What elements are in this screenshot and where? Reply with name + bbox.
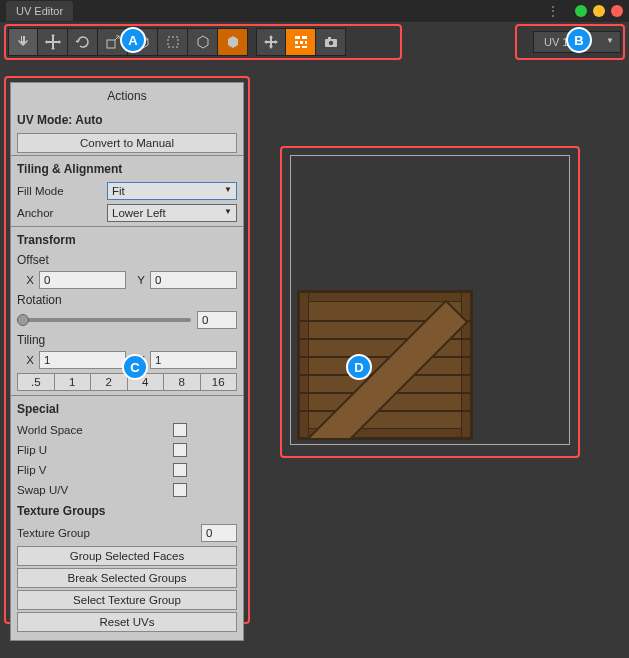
fill-mode-label: Fill Mode	[17, 185, 103, 197]
texture-groups-header: Texture Groups	[11, 500, 243, 522]
tiling-preset-16[interactable]: 16	[201, 373, 238, 391]
tiling-preset-1[interactable]: 1	[55, 373, 92, 391]
convert-manual-button[interactable]: Convert to Manual	[17, 133, 237, 153]
badge-c: C	[122, 354, 148, 380]
rotate-tool-button[interactable]	[68, 28, 98, 56]
tiling-alignment-header: Tiling & Alignment	[11, 158, 243, 180]
texture-preview	[297, 290, 473, 440]
move-tool-button[interactable]	[38, 28, 68, 56]
toolbar: UV 1	[0, 22, 629, 62]
tiling-preset-half[interactable]: .5	[17, 373, 55, 391]
window-close-button[interactable]	[611, 5, 623, 17]
swap-uv-checkbox[interactable]	[173, 483, 187, 497]
svg-point-3	[328, 41, 332, 45]
rotation-value-input[interactable]: 0	[197, 311, 237, 329]
scope-tool-button[interactable]	[256, 28, 286, 56]
texture-group-label: Texture Group	[17, 527, 197, 539]
view-tools	[256, 28, 346, 56]
fill-mode-dropdown[interactable]: Fit	[107, 182, 237, 200]
tiling-y-input[interactable]: 1	[150, 351, 237, 369]
grid-tool-button[interactable]	[286, 28, 316, 56]
select-texture-group-button[interactable]: Select Texture Group	[17, 590, 237, 610]
flip-v-label: Flip V	[17, 464, 173, 476]
rect-tool-button[interactable]	[158, 28, 188, 56]
rotation-slider[interactable]	[17, 318, 191, 322]
window-maximize-button[interactable]	[575, 5, 587, 17]
transform-header: Transform	[11, 229, 243, 251]
reset-uvs-button[interactable]: Reset UVs	[17, 612, 237, 632]
camera-button[interactable]	[316, 28, 346, 56]
tiling-preset-8[interactable]: 8	[164, 373, 201, 391]
world-space-checkbox[interactable]	[173, 423, 187, 437]
badge-b: B	[566, 27, 592, 53]
tiling-label: Tiling	[11, 331, 243, 349]
tiling-preset-2[interactable]: 2	[91, 373, 128, 391]
svg-rect-0	[107, 40, 115, 48]
tiling-x-label: X	[17, 354, 37, 366]
offset-x-input[interactable]: 0	[39, 271, 126, 289]
tiling-x-input[interactable]: 1	[39, 351, 126, 369]
offset-x-label: X	[17, 274, 37, 286]
uv-viewport[interactable]	[290, 155, 570, 445]
title-bar: UV Editor ⋮	[0, 0, 629, 22]
offset-y-input[interactable]: 0	[150, 271, 237, 289]
window-menu-icon[interactable]: ⋮	[546, 3, 561, 19]
panel-title: Actions	[11, 83, 243, 109]
swap-uv-label: Swap U/V	[17, 484, 173, 496]
window-minimize-button[interactable]	[593, 5, 605, 17]
window-tab[interactable]: UV Editor	[6, 1, 73, 21]
flip-u-checkbox[interactable]	[173, 443, 187, 457]
cube-solid-button[interactable]	[218, 28, 248, 56]
special-header: Special	[11, 398, 243, 420]
anchor-dropdown[interactable]: Lower Left	[107, 204, 237, 222]
uv-mode-label: UV Mode: Auto	[11, 109, 243, 131]
flip-u-label: Flip U	[17, 444, 173, 456]
texture-group-input[interactable]: 0	[201, 524, 237, 542]
badge-d: D	[346, 354, 372, 380]
offset-y-label: Y	[128, 274, 148, 286]
rotation-label: Rotation	[11, 291, 243, 309]
anchor-label: Anchor	[17, 207, 103, 219]
badge-a: A	[120, 27, 146, 53]
flip-v-checkbox[interactable]	[173, 463, 187, 477]
cube-outline-button[interactable]	[188, 28, 218, 56]
pan-tool-button[interactable]	[8, 28, 38, 56]
break-selected-groups-button[interactable]: Break Selected Groups	[17, 568, 237, 588]
world-space-label: World Space	[17, 424, 173, 436]
offset-label: Offset	[11, 251, 243, 269]
svg-rect-1	[168, 37, 178, 47]
svg-rect-4	[328, 37, 331, 39]
group-selected-faces-button[interactable]: Group Selected Faces	[17, 546, 237, 566]
